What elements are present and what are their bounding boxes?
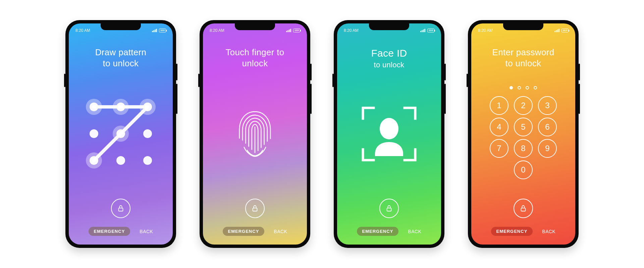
back-button[interactable]: BACK: [140, 229, 153, 234]
phone-pattern: 8:20 AM 100 Draw pattern to unlock: [65, 20, 176, 248]
battery-icon: 100: [427, 28, 434, 32]
screen-fingerprint: 8:20 AM 100 Touch finger to unlock: [203, 23, 307, 245]
pattern-grid[interactable]: [86, 98, 156, 169]
keypad-9[interactable]: 9: [538, 139, 557, 158]
password-dot: [526, 86, 529, 89]
phone-fingerprint: 8:20 AM 100 Touch finger to unlock: [200, 20, 310, 248]
screen-pattern: 8:20 AM 100 Draw pattern to unlock: [69, 23, 173, 245]
keypad-4[interactable]: 4: [490, 118, 508, 136]
keypad-7[interactable]: 7: [490, 139, 508, 158]
pattern-dot[interactable]: [116, 103, 125, 111]
pattern-dot[interactable]: [143, 156, 152, 165]
lock-button[interactable]: [245, 199, 265, 218]
lock-icon: [385, 205, 393, 212]
pin-keypad: 1 2 3 4 5 6 7 8 9 0: [490, 86, 557, 179]
status-bar: 8:20 AM 100: [471, 28, 575, 33]
svg-rect-0: [119, 208, 123, 211]
keypad-1[interactable]: 1: [490, 96, 508, 115]
unlock-title: Face ID to unlock: [362, 47, 416, 69]
signal-icon: [554, 29, 559, 32]
signal-icon: [152, 29, 157, 32]
status-bar: 8:20 AM 100: [337, 28, 441, 33]
pattern-dot[interactable]: [90, 156, 98, 165]
keypad-0[interactable]: 0: [514, 160, 533, 179]
pattern-dot[interactable]: [116, 129, 125, 138]
svg-rect-3: [387, 208, 391, 211]
status-time: 8:20 AM: [478, 28, 493, 33]
unlock-title: Touch finger to unlock: [217, 47, 293, 69]
password-progress: [509, 86, 537, 89]
pattern-dot[interactable]: [116, 156, 125, 165]
svg-rect-4: [521, 208, 526, 211]
password-dot: [518, 86, 521, 89]
pattern-dot[interactable]: [143, 103, 152, 111]
unlock-title: Draw pattern to unlock: [87, 47, 155, 69]
back-button[interactable]: BACK: [542, 229, 555, 234]
status-time: 8:20 AM: [75, 28, 90, 33]
keypad-6[interactable]: 6: [538, 118, 557, 136]
faceid-icon[interactable]: [359, 104, 419, 164]
lock-button[interactable]: [111, 199, 130, 218]
battery-icon: 100: [293, 28, 300, 32]
pattern-dot[interactable]: [90, 103, 98, 111]
pattern-dot[interactable]: [143, 129, 152, 138]
keypad-3[interactable]: 3: [538, 96, 557, 115]
screen-password: 8:20 AM 100 Enter password to unlock 1: [471, 23, 575, 245]
svg-rect-1: [253, 208, 257, 211]
lock-button[interactable]: [514, 199, 533, 218]
unlock-title: Enter password to unlock: [484, 47, 563, 69]
signal-icon: [286, 29, 291, 32]
lock-icon: [117, 205, 124, 212]
keypad-2[interactable]: 2: [514, 96, 533, 115]
status-bar: 8:20 AM 100: [69, 28, 173, 33]
password-dot: [534, 86, 537, 89]
svg-point-2: [380, 118, 398, 139]
keypad-8[interactable]: 8: [514, 139, 533, 158]
phone-faceid: 8:20 AM 100 Face ID to unlock: [334, 20, 444, 248]
status-time: 8:20 AM: [210, 28, 224, 33]
password-dot: [509, 86, 513, 89]
status-time: 8:20 AM: [344, 28, 359, 33]
emergency-button[interactable]: EMERGENCY: [491, 227, 533, 236]
keypad-5[interactable]: 5: [514, 118, 533, 136]
lock-button[interactable]: [379, 199, 399, 218]
screen-faceid: 8:20 AM 100 Face ID to unlock: [337, 23, 441, 245]
fingerprint-icon[interactable]: [235, 109, 275, 159]
status-bar: 8:20 AM 100: [203, 28, 307, 33]
battery-icon: 100: [159, 28, 166, 32]
emergency-button[interactable]: EMERGENCY: [89, 227, 130, 236]
emergency-button[interactable]: EMERGENCY: [357, 227, 399, 236]
phone-password: 8:20 AM 100 Enter password to unlock 1: [468, 20, 579, 248]
back-button[interactable]: BACK: [274, 229, 287, 234]
emergency-button[interactable]: EMERGENCY: [223, 227, 265, 236]
lock-icon: [251, 205, 259, 212]
signal-icon: [420, 29, 425, 32]
pattern-dot[interactable]: [90, 129, 98, 138]
back-button[interactable]: BACK: [408, 229, 421, 234]
lock-icon: [520, 205, 527, 212]
battery-icon: 100: [561, 28, 569, 32]
